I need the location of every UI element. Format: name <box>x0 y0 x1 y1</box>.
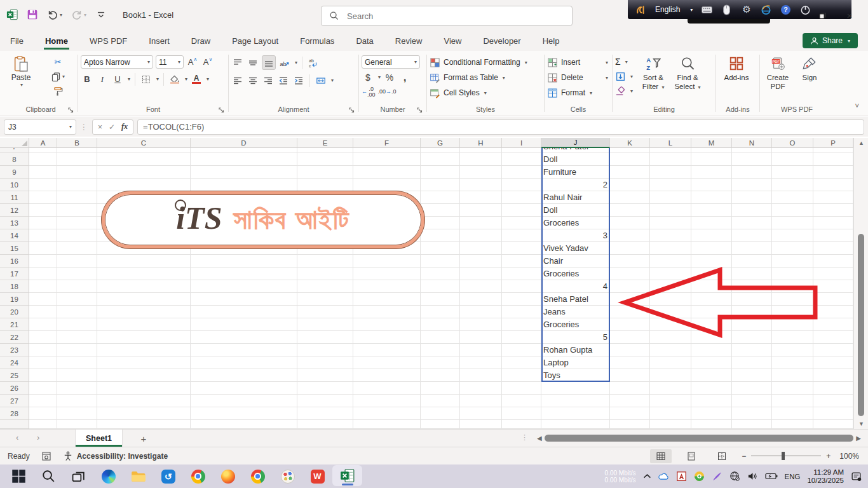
cell-I28[interactable] <box>502 407 541 420</box>
cell-B17[interactable] <box>57 268 97 280</box>
cell-J10[interactable]: 2 <box>541 179 610 191</box>
cell-L24[interactable] <box>650 356 691 369</box>
column-header-G[interactable]: G <box>421 138 460 148</box>
taskbar-app-edge[interactable] <box>93 464 123 488</box>
cell-M24[interactable] <box>691 356 732 369</box>
cell-M26[interactable] <box>691 382 732 395</box>
undo-button[interactable]: ▾ <box>47 9 62 20</box>
cell-L14[interactable] <box>650 229 691 242</box>
cell-K12[interactable] <box>610 204 650 217</box>
collapse-ribbon-button[interactable]: ˅ <box>855 102 859 109</box>
confirm-entry-button[interactable]: ✓ <box>109 123 115 132</box>
cell-A11[interactable] <box>29 191 57 204</box>
cell-E18[interactable] <box>297 280 353 293</box>
cell-I[interactable] <box>502 420 541 429</box>
cell-K10[interactable] <box>610 179 650 191</box>
cell-L8[interactable] <box>650 153 691 166</box>
cell-A12[interactable] <box>29 204 57 217</box>
sakib-it-logo-image[interactable]: iTS সাকিব আইটি <box>102 191 424 248</box>
increase-decimal-button[interactable]: ←.0.00 <box>362 85 376 98</box>
cell-E9[interactable] <box>297 166 353 179</box>
row-header-15[interactable]: 15 <box>0 242 29 255</box>
cell-O14[interactable] <box>772 229 813 242</box>
cell-B28[interactable] <box>57 407 97 420</box>
cell-F26[interactable] <box>353 382 421 395</box>
cell-M9[interactable] <box>691 166 732 179</box>
cell-M16[interactable] <box>691 255 732 268</box>
cell-I11[interactable] <box>502 191 541 204</box>
cell-K24[interactable] <box>610 356 650 369</box>
row-header-22[interactable]: 22 <box>0 331 29 344</box>
pen-icon[interactable] <box>712 471 722 482</box>
cell-M7[interactable] <box>691 148 732 153</box>
cell-E25[interactable] <box>297 369 353 382</box>
cell-N13[interactable] <box>732 217 772 229</box>
cell-M8[interactable] <box>691 153 732 166</box>
paste-button[interactable]: Paste ▾ <box>6 55 36 88</box>
vertical-scrollbar[interactable]: ▲ ▼ <box>853 138 868 429</box>
cell-L10[interactable] <box>650 179 691 191</box>
cell-F18[interactable] <box>353 280 421 293</box>
cell-H11[interactable] <box>460 191 502 204</box>
cell-C17[interactable] <box>97 268 191 280</box>
create-pdf-button[interactable]: PDFCreate PDF <box>761 54 794 104</box>
cell-M13[interactable] <box>691 217 732 229</box>
cell-H22[interactable] <box>460 331 502 344</box>
cell-I10[interactable] <box>502 179 541 191</box>
horizontal-scroll-thumb[interactable] <box>545 435 854 442</box>
cell-K23[interactable] <box>610 344 650 356</box>
column-header-F[interactable]: F <box>353 138 421 148</box>
column-header-D[interactable]: D <box>191 138 297 148</box>
cell-G[interactable] <box>421 420 460 429</box>
cell-K26[interactable] <box>610 382 650 395</box>
page-break-view-button[interactable] <box>711 449 733 463</box>
cell-K22[interactable] <box>610 331 650 344</box>
cell-D24[interactable] <box>191 356 297 369</box>
select-all-corner[interactable] <box>0 138 29 148</box>
keyboard-layout-icon[interactable] <box>702 4 712 15</box>
row-header-23[interactable]: 23 <box>0 344 29 356</box>
scroll-down-arrow[interactable]: ▼ <box>854 421 868 427</box>
cell-K27[interactable] <box>610 395 650 407</box>
cell-B21[interactable] <box>57 318 97 331</box>
cell-B22[interactable] <box>57 331 97 344</box>
cell-E17[interactable] <box>297 268 353 280</box>
column-header-L[interactable]: L <box>650 138 691 148</box>
cell-C28[interactable] <box>97 407 191 420</box>
row-header-12[interactable]: 12 <box>0 204 29 217</box>
wrap-text-button[interactable]: abc <box>307 56 320 69</box>
cell-I7[interactable] <box>502 148 541 153</box>
cell-J11[interactable]: Rahul Nair <box>541 191 610 204</box>
cell-F24[interactable] <box>353 356 421 369</box>
column-header-A[interactable]: A <box>29 138 57 148</box>
cell-B24[interactable] <box>57 356 97 369</box>
cell-P13[interactable] <box>813 217 853 229</box>
increase-font-size-button[interactable]: A∧ <box>186 55 199 69</box>
scroll-up-arrow[interactable]: ▲ <box>854 140 868 146</box>
cell-H13[interactable] <box>460 217 502 229</box>
cell-M19[interactable] <box>691 293 732 306</box>
cell-D28[interactable] <box>191 407 297 420</box>
cell-H[interactable] <box>460 420 502 429</box>
cell-K19[interactable] <box>610 293 650 306</box>
cell-G13[interactable] <box>421 217 460 229</box>
cell-E7[interactable] <box>297 148 353 153</box>
cell-E20[interactable] <box>297 306 353 318</box>
tray-chevron-up-icon[interactable] <box>643 471 651 482</box>
cell-N14[interactable] <box>732 229 772 242</box>
cell-K25[interactable] <box>610 369 650 382</box>
cell-B20[interactable] <box>57 306 97 318</box>
column-header-I[interactable]: I <box>502 138 541 148</box>
cell-E10[interactable] <box>297 179 353 191</box>
cell-H27[interactable] <box>460 395 502 407</box>
cell-O7[interactable] <box>772 148 813 153</box>
format-as-table-button[interactable]: Format as Table▾ <box>428 70 543 85</box>
cell-G26[interactable] <box>421 382 460 395</box>
cell-O25[interactable] <box>772 369 813 382</box>
scroll-left-arrow[interactable]: ◀ <box>537 435 542 442</box>
cell-C23[interactable] <box>97 344 191 356</box>
cell-styles-button[interactable]: Cell Styles▾ <box>428 85 543 100</box>
cell-O28[interactable] <box>772 407 813 420</box>
network-globe-icon[interactable] <box>729 471 740 482</box>
cell-N10[interactable] <box>732 179 772 191</box>
